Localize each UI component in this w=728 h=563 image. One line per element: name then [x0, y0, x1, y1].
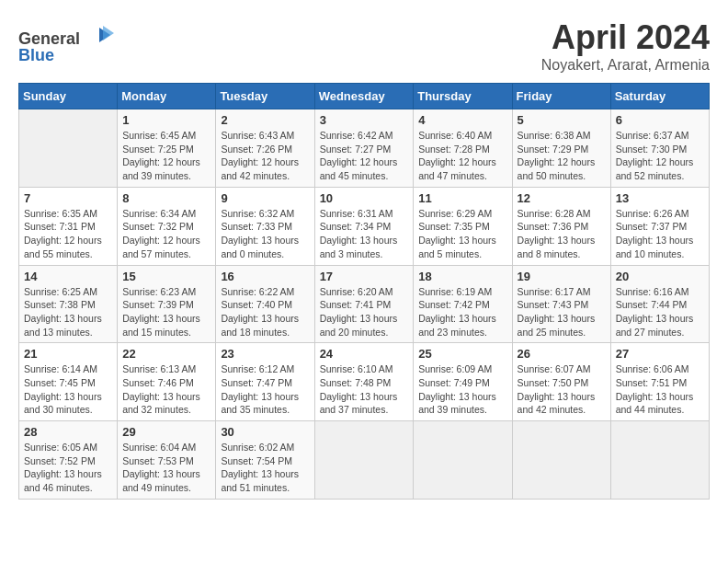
day-number: 9 — [221, 191, 309, 205]
day-number: 4 — [418, 113, 506, 127]
calendar-cell — [512, 421, 610, 500]
day-number: 25 — [418, 347, 506, 361]
day-number: 3 — [320, 113, 409, 127]
calendar-cell: 11Sunrise: 6:29 AMSunset: 7:35 PMDayligh… — [414, 187, 512, 265]
day-info: Sunrise: 6:17 AMSunset: 7:43 PMDaylight:… — [518, 285, 606, 339]
calendar-week-row: 1Sunrise: 6:45 AMSunset: 7:25 PMDaylight… — [19, 109, 710, 188]
day-info: Sunrise: 6:02 AMSunset: 7:54 PMDaylight:… — [221, 441, 309, 495]
day-number: 26 — [518, 347, 606, 361]
day-info: Sunrise: 6:26 AMSunset: 7:37 PMDaylight:… — [616, 207, 704, 261]
calendar-cell: 28Sunrise: 6:05 AMSunset: 7:52 PMDayligh… — [19, 421, 118, 500]
day-number: 6 — [616, 113, 704, 127]
weekday-header-monday: Monday — [118, 84, 216, 109]
title-area: April 2024 Noyakert, Ararat, Armenia — [541, 18, 710, 74]
calendar-cell: 30Sunrise: 6:02 AMSunset: 7:54 PMDayligh… — [216, 421, 314, 500]
calendar-cell: 20Sunrise: 6:16 AMSunset: 7:44 PMDayligh… — [610, 265, 709, 343]
calendar-cell: 13Sunrise: 6:26 AMSunset: 7:37 PMDayligh… — [610, 187, 709, 265]
day-info: Sunrise: 6:14 AMSunset: 7:45 PMDaylight:… — [24, 362, 112, 417]
calendar-cell: 9Sunrise: 6:32 AMSunset: 7:33 PMDaylight… — [216, 187, 314, 265]
day-info: Sunrise: 6:43 AMSunset: 7:26 PMDaylight:… — [221, 129, 309, 183]
day-number: 5 — [518, 113, 606, 127]
calendar-cell: 16Sunrise: 6:22 AMSunset: 7:40 PMDayligh… — [216, 265, 314, 343]
day-number: 18 — [418, 270, 506, 283]
day-number: 7 — [24, 191, 112, 205]
logo: General Blue — [18, 18, 129, 68]
day-number: 15 — [122, 270, 210, 283]
day-number: 23 — [221, 347, 309, 361]
calendar-cell — [314, 421, 414, 500]
day-info: Sunrise: 6:06 AMSunset: 7:51 PMDaylight:… — [616, 362, 704, 417]
calendar-cell: 21Sunrise: 6:14 AMSunset: 7:45 PMDayligh… — [19, 343, 118, 421]
day-info: Sunrise: 6:19 AMSunset: 7:42 PMDaylight:… — [418, 285, 506, 339]
day-number: 27 — [616, 347, 704, 361]
calendar-cell: 25Sunrise: 6:09 AMSunset: 7:49 PMDayligh… — [414, 343, 512, 421]
logo-general-text: General Blue — [18, 18, 129, 68]
day-number: 30 — [221, 425, 309, 439]
calendar-cell: 6Sunrise: 6:37 AMSunset: 7:30 PMDaylight… — [610, 109, 709, 188]
weekday-header-tuesday: Tuesday — [216, 84, 314, 109]
day-info: Sunrise: 6:32 AMSunset: 7:33 PMDaylight:… — [221, 207, 309, 261]
calendar-cell — [610, 421, 709, 500]
calendar-week-row: 7Sunrise: 6:35 AMSunset: 7:31 PMDaylight… — [19, 187, 710, 265]
calendar-cell: 1Sunrise: 6:45 AMSunset: 7:25 PMDaylight… — [118, 109, 216, 188]
day-number: 19 — [518, 270, 606, 283]
calendar-week-row: 21Sunrise: 6:14 AMSunset: 7:45 PMDayligh… — [19, 343, 710, 421]
calendar-cell: 26Sunrise: 6:07 AMSunset: 7:50 PMDayligh… — [512, 343, 610, 421]
day-number: 11 — [418, 191, 506, 205]
day-info: Sunrise: 6:10 AMSunset: 7:48 PMDaylight:… — [320, 362, 409, 417]
calendar-cell: 15Sunrise: 6:23 AMSunset: 7:39 PMDayligh… — [118, 265, 216, 343]
calendar-cell: 12Sunrise: 6:28 AMSunset: 7:36 PMDayligh… — [512, 187, 610, 265]
calendar-cell: 14Sunrise: 6:25 AMSunset: 7:38 PMDayligh… — [19, 265, 118, 343]
day-number: 1 — [122, 113, 210, 127]
weekday-header-thursday: Thursday — [414, 84, 512, 109]
calendar-cell: 27Sunrise: 6:06 AMSunset: 7:51 PMDayligh… — [610, 343, 709, 421]
weekday-header-friday: Friday — [512, 84, 610, 109]
calendar-cell: 2Sunrise: 6:43 AMSunset: 7:26 PMDaylight… — [216, 109, 314, 188]
day-number: 12 — [518, 191, 606, 205]
day-number: 16 — [221, 270, 309, 283]
day-info: Sunrise: 6:22 AMSunset: 7:40 PMDaylight:… — [221, 285, 309, 339]
day-info: Sunrise: 6:42 AMSunset: 7:27 PMDaylight:… — [320, 129, 409, 183]
day-info: Sunrise: 6:23 AMSunset: 7:39 PMDaylight:… — [122, 285, 210, 339]
day-info: Sunrise: 6:09 AMSunset: 7:49 PMDaylight:… — [418, 362, 506, 417]
calendar-cell: 10Sunrise: 6:31 AMSunset: 7:34 PMDayligh… — [314, 187, 414, 265]
day-info: Sunrise: 6:20 AMSunset: 7:41 PMDaylight:… — [320, 285, 409, 339]
day-number: 8 — [122, 191, 210, 205]
weekday-header-wednesday: Wednesday — [314, 84, 414, 109]
day-info: Sunrise: 6:05 AMSunset: 7:52 PMDaylight:… — [24, 441, 112, 495]
svg-marker-3 — [103, 26, 114, 40]
calendar-cell: 5Sunrise: 6:38 AMSunset: 7:29 PMDaylight… — [512, 109, 610, 188]
day-info: Sunrise: 6:28 AMSunset: 7:36 PMDaylight:… — [518, 207, 606, 261]
day-number: 21 — [24, 347, 112, 361]
day-number: 10 — [320, 191, 409, 205]
weekday-header-sunday: Sunday — [19, 84, 118, 109]
day-info: Sunrise: 6:16 AMSunset: 7:44 PMDaylight:… — [616, 285, 704, 339]
location-subtitle: Noyakert, Ararat, Armenia — [541, 57, 710, 74]
calendar-cell: 8Sunrise: 6:34 AMSunset: 7:32 PMDaylight… — [118, 187, 216, 265]
svg-text:General: General — [18, 29, 80, 48]
day-info: Sunrise: 6:12 AMSunset: 7:47 PMDaylight:… — [221, 362, 309, 417]
day-info: Sunrise: 6:34 AMSunset: 7:32 PMDaylight:… — [122, 207, 210, 261]
calendar-cell — [414, 421, 512, 500]
calendar-cell: 17Sunrise: 6:20 AMSunset: 7:41 PMDayligh… — [314, 265, 414, 343]
day-info: Sunrise: 6:40 AMSunset: 7:28 PMDaylight:… — [418, 129, 506, 183]
day-info: Sunrise: 6:29 AMSunset: 7:35 PMDaylight:… — [418, 207, 506, 261]
page-header: General Blue April 2024 Noyakert, Ararat… — [18, 18, 710, 74]
calendar-table: SundayMondayTuesdayWednesdayThursdayFrid… — [18, 83, 710, 500]
day-number: 24 — [320, 347, 409, 361]
weekday-header-saturday: Saturday — [610, 84, 709, 109]
day-info: Sunrise: 6:31 AMSunset: 7:34 PMDaylight:… — [320, 207, 409, 261]
calendar-week-row: 28Sunrise: 6:05 AMSunset: 7:52 PMDayligh… — [19, 421, 710, 500]
calendar-cell — [19, 109, 118, 188]
calendar-cell: 24Sunrise: 6:10 AMSunset: 7:48 PMDayligh… — [314, 343, 414, 421]
day-info: Sunrise: 6:45 AMSunset: 7:25 PMDaylight:… — [122, 129, 210, 183]
day-info: Sunrise: 6:37 AMSunset: 7:30 PMDaylight:… — [616, 129, 704, 183]
day-number: 17 — [320, 270, 409, 283]
day-info: Sunrise: 6:25 AMSunset: 7:38 PMDaylight:… — [24, 285, 112, 339]
day-info: Sunrise: 6:38 AMSunset: 7:29 PMDaylight:… — [518, 129, 606, 183]
day-number: 14 — [24, 270, 112, 283]
month-title: April 2024 — [541, 18, 710, 57]
day-info: Sunrise: 6:35 AMSunset: 7:31 PMDaylight:… — [24, 207, 112, 261]
day-number: 2 — [221, 113, 309, 127]
calendar-cell: 4Sunrise: 6:40 AMSunset: 7:28 PMDaylight… — [414, 109, 512, 188]
